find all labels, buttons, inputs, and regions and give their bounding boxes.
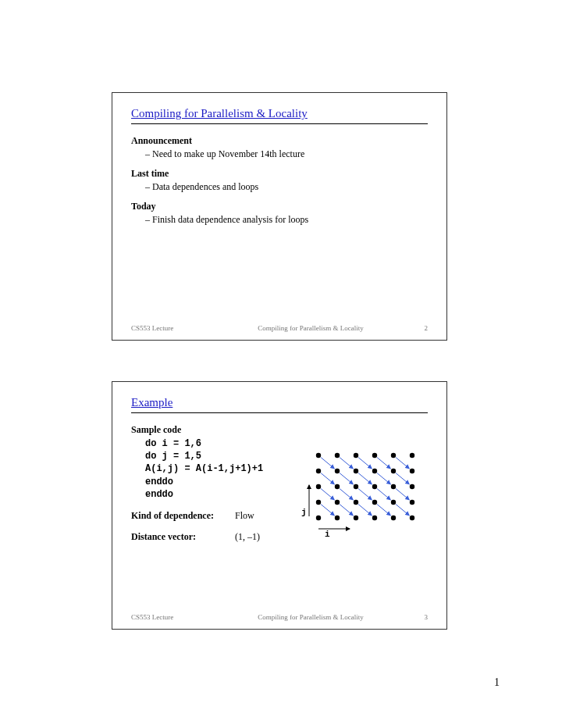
distance-label: Distance vector:	[131, 531, 233, 543]
svg-point-14	[354, 453, 358, 458]
svg-point-4	[316, 453, 321, 458]
section-head-last-time: Last time	[131, 168, 428, 180]
svg-line-37	[340, 458, 353, 469]
svg-line-39	[358, 489, 372, 500]
svg-point-19	[372, 453, 377, 458]
svg-point-17	[372, 484, 377, 489]
svg-point-3	[316, 469, 321, 473]
svg-point-12	[354, 484, 358, 489]
svg-point-2	[316, 484, 321, 489]
section-item: Finish data dependence analysis for loop…	[145, 214, 428, 226]
svg-point-20	[391, 516, 396, 520]
svg-line-41	[358, 458, 372, 469]
slide-1: Compiling for Parallelism & Locality Ann…	[112, 92, 447, 341]
svg-point-1	[316, 500, 321, 505]
svg-point-7	[335, 484, 340, 489]
slide-footer: CS553 Lecture Compiling for Parallelism …	[131, 613, 428, 621]
distance-value: (1, –1)	[235, 531, 260, 542]
svg-point-9	[335, 453, 340, 458]
svg-point-21	[391, 500, 396, 505]
iteration-space-diagram: j i	[295, 437, 428, 538]
svg-point-0	[316, 516, 321, 520]
svg-point-24	[391, 453, 396, 458]
svg-line-34	[340, 505, 353, 516]
svg-line-43	[377, 489, 390, 500]
svg-point-16	[372, 500, 377, 505]
slide-footer: CS553 Lecture Compiling for Parallelism …	[131, 324, 428, 332]
svg-line-42	[377, 505, 390, 516]
svg-point-18	[372, 469, 377, 473]
svg-line-38	[358, 505, 372, 516]
svg-point-8	[335, 469, 340, 473]
section-item: Data dependences and loops	[145, 181, 428, 193]
dependence-value: Flow	[235, 510, 254, 521]
svg-line-36	[340, 473, 353, 484]
page-number: 1	[494, 676, 500, 689]
footer-right: 3	[404, 613, 428, 621]
svg-line-44	[377, 473, 390, 484]
footer-left: CS553 Lecture	[131, 324, 217, 332]
svg-line-32	[321, 473, 334, 484]
axis-label-j: j	[301, 508, 307, 517]
svg-line-40	[358, 473, 372, 484]
section-head-sample-code: Sample code	[131, 424, 428, 436]
axis-label-i: i	[325, 530, 330, 538]
svg-point-25	[410, 516, 414, 520]
svg-point-6	[335, 500, 340, 505]
svg-point-15	[372, 516, 377, 520]
svg-line-46	[396, 505, 409, 516]
svg-line-31	[321, 489, 334, 500]
footer-right: 2	[404, 324, 428, 332]
svg-point-26	[410, 500, 414, 505]
section-head-announcement: Announcement	[131, 135, 428, 147]
dep-arrows	[321, 458, 409, 516]
section-item: Need to make up November 14th lecture	[145, 148, 428, 160]
svg-line-47	[396, 489, 409, 500]
svg-line-35	[340, 489, 353, 500]
svg-line-49	[396, 458, 409, 469]
dependence-label: Kind of dependence:	[131, 510, 233, 522]
svg-point-13	[354, 469, 358, 473]
svg-line-33	[321, 458, 334, 469]
diagram-svg: j i	[295, 437, 428, 538]
footer-center: Compiling for Parallelism & Locality	[217, 324, 404, 332]
svg-point-22	[391, 484, 396, 489]
slide-title: Example	[131, 396, 428, 413]
svg-line-48	[396, 473, 409, 484]
svg-point-29	[410, 453, 414, 458]
svg-point-23	[391, 469, 396, 473]
svg-point-5	[335, 516, 340, 520]
footer-left: CS553 Lecture	[131, 613, 217, 621]
slide-title: Compiling for Parallelism & Locality	[131, 107, 428, 124]
svg-point-27	[410, 484, 414, 489]
svg-line-45	[377, 458, 390, 469]
section-head-today: Today	[131, 201, 428, 212]
footer-center: Compiling for Parallelism & Locality	[217, 613, 404, 621]
svg-point-10	[354, 516, 358, 520]
svg-line-30	[321, 505, 334, 516]
svg-point-11	[354, 500, 358, 505]
slide-2: Example Sample code do i = 1,6 do j = 1,…	[112, 381, 447, 630]
svg-point-28	[410, 469, 414, 473]
